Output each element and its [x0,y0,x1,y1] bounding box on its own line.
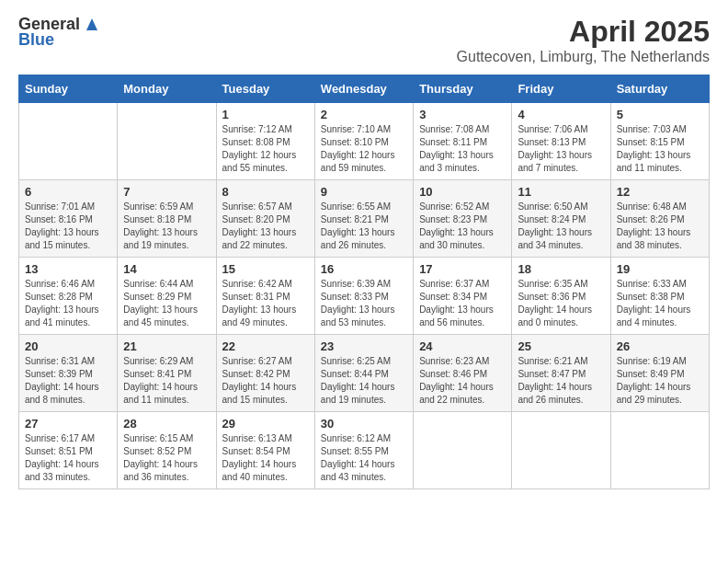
day-number: 25 [518,339,604,353]
calendar-cell: 28Sunrise: 6:15 AMSunset: 8:52 PMDayligh… [118,412,216,489]
calendar-cell: 7Sunrise: 6:59 AMSunset: 8:18 PMDaylight… [118,180,216,258]
day-number: 23 [321,339,407,353]
day-number: 30 [321,417,407,431]
calendar-cell [414,412,512,489]
day-number: 13 [25,262,111,276]
calendar-cell: 18Sunrise: 6:35 AMSunset: 8:36 PMDayligh… [512,258,610,335]
day-number: 6 [25,185,111,199]
svg-marker-0 [86,18,97,30]
title-area: April 2025 Guttecoven, Limburg, The Neth… [457,15,710,65]
day-number: 17 [419,262,506,276]
header-monday: Monday [118,75,216,103]
calendar-cell: 16Sunrise: 6:39 AMSunset: 8:33 PMDayligh… [314,258,413,335]
day-number: 21 [123,339,210,353]
day-number: 29 [222,417,309,431]
day-info: Sunrise: 6:35 AMSunset: 8:36 PMDaylight:… [518,278,604,329]
calendar-cell: 12Sunrise: 6:48 AMSunset: 8:26 PMDayligh… [610,180,709,258]
day-number: 4 [518,108,604,121]
day-info: Sunrise: 6:25 AMSunset: 8:44 PMDaylight:… [321,355,407,407]
calendar-cell [19,103,118,180]
header: General Blue April 2025 Guttecoven, Limb… [18,15,710,65]
calendar-cell: 6Sunrise: 7:01 AMSunset: 8:16 PMDaylight… [19,180,118,258]
day-info: Sunrise: 6:15 AMSunset: 8:52 PMDaylight:… [123,432,210,484]
calendar-cell: 29Sunrise: 6:13 AMSunset: 8:54 PMDayligh… [216,412,314,489]
week-row-4: 27Sunrise: 6:17 AMSunset: 8:51 PMDayligh… [19,412,710,489]
week-row-0: 1Sunrise: 7:12 AMSunset: 8:08 PMDaylight… [19,103,710,180]
day-number: 10 [419,185,506,199]
calendar-cell: 11Sunrise: 6:50 AMSunset: 8:24 PMDayligh… [512,180,610,258]
calendar-cell: 21Sunrise: 6:29 AMSunset: 8:41 PMDayligh… [118,335,216,412]
calendar-cell: 17Sunrise: 6:37 AMSunset: 8:34 PMDayligh… [414,258,512,335]
day-number: 18 [518,262,604,276]
day-info: Sunrise: 6:55 AMSunset: 8:21 PMDaylight:… [321,201,407,252]
day-number: 8 [222,185,309,199]
calendar-cell: 22Sunrise: 6:27 AMSunset: 8:42 PMDayligh… [216,335,314,412]
header-wednesday: Wednesday [314,75,413,103]
calendar-cell: 23Sunrise: 6:25 AMSunset: 8:44 PMDayligh… [314,335,413,412]
day-info: Sunrise: 6:13 AMSunset: 8:54 PMDaylight:… [222,432,309,484]
logo-icon [82,14,102,34]
day-info: Sunrise: 6:46 AMSunset: 8:28 PMDaylight:… [25,278,111,329]
header-saturday: Saturday [610,75,709,103]
day-info: Sunrise: 6:31 AMSunset: 8:39 PMDaylight:… [25,355,111,407]
calendar-cell [512,412,610,489]
day-number: 7 [123,185,210,199]
calendar-cell: 30Sunrise: 6:12 AMSunset: 8:55 PMDayligh… [314,412,413,489]
day-number: 15 [222,262,309,276]
calendar-cell: 4Sunrise: 7:06 AMSunset: 8:13 PMDaylight… [512,103,610,180]
day-info: Sunrise: 7:03 AMSunset: 8:15 PMDaylight:… [617,123,703,175]
day-number: 22 [222,339,309,353]
day-info: Sunrise: 6:17 AMSunset: 8:51 PMDaylight:… [25,432,111,484]
calendar-cell: 15Sunrise: 6:42 AMSunset: 8:31 PMDayligh… [216,258,314,335]
day-info: Sunrise: 6:44 AMSunset: 8:29 PMDaylight:… [123,278,210,329]
day-info: Sunrise: 7:10 AMSunset: 8:10 PMDaylight:… [321,123,407,175]
calendar-cell: 8Sunrise: 6:57 AMSunset: 8:20 PMDaylight… [216,180,314,258]
day-number: 26 [617,339,703,353]
calendar-cell: 5Sunrise: 7:03 AMSunset: 8:15 PMDaylight… [610,103,709,180]
day-number: 9 [321,185,407,199]
day-info: Sunrise: 6:23 AMSunset: 8:46 PMDaylight:… [419,355,506,407]
day-number: 2 [321,108,407,121]
calendar-header-row: SundayMondayTuesdayWednesdayThursdayFrid… [19,75,710,103]
calendar-cell: 9Sunrise: 6:55 AMSunset: 8:21 PMDaylight… [314,180,413,258]
day-number: 16 [321,262,407,276]
day-number: 12 [617,185,703,199]
header-tuesday: Tuesday [216,75,314,103]
calendar-cell: 10Sunrise: 6:52 AMSunset: 8:23 PMDayligh… [414,180,512,258]
calendar-cell: 27Sunrise: 6:17 AMSunset: 8:51 PMDayligh… [19,412,118,489]
subtitle: Guttecoven, Limburg, The Netherlands [457,49,710,65]
calendar-cell: 26Sunrise: 6:19 AMSunset: 8:49 PMDayligh… [610,335,709,412]
week-row-2: 13Sunrise: 6:46 AMSunset: 8:28 PMDayligh… [19,258,710,335]
calendar-cell: 25Sunrise: 6:21 AMSunset: 8:47 PMDayligh… [512,335,610,412]
day-info: Sunrise: 6:21 AMSunset: 8:47 PMDaylight:… [518,355,604,407]
day-info: Sunrise: 7:06 AMSunset: 8:13 PMDaylight:… [518,123,604,175]
day-number: 14 [123,262,210,276]
logo-blue: Blue [18,30,54,50]
day-info: Sunrise: 6:29 AMSunset: 8:41 PMDaylight:… [123,355,210,407]
header-friday: Friday [512,75,610,103]
day-number: 1 [222,108,309,121]
day-info: Sunrise: 6:52 AMSunset: 8:23 PMDaylight:… [419,201,506,252]
day-info: Sunrise: 6:33 AMSunset: 8:38 PMDaylight:… [617,278,703,329]
calendar-cell: 1Sunrise: 7:12 AMSunset: 8:08 PMDaylight… [216,103,314,180]
calendar-cell: 14Sunrise: 6:44 AMSunset: 8:29 PMDayligh… [118,258,216,335]
calendar-cell: 19Sunrise: 6:33 AMSunset: 8:38 PMDayligh… [610,258,709,335]
day-info: Sunrise: 7:01 AMSunset: 8:16 PMDaylight:… [25,201,111,252]
day-info: Sunrise: 6:19 AMSunset: 8:49 PMDaylight:… [617,355,703,407]
week-row-3: 20Sunrise: 6:31 AMSunset: 8:39 PMDayligh… [19,335,710,412]
week-row-1: 6Sunrise: 7:01 AMSunset: 8:16 PMDaylight… [19,180,710,258]
calendar-table: SundayMondayTuesdayWednesdayThursdayFrid… [18,75,710,489]
day-number: 5 [617,108,703,121]
day-number: 19 [617,262,703,276]
day-info: Sunrise: 6:27 AMSunset: 8:42 PMDaylight:… [222,355,309,407]
day-info: Sunrise: 6:48 AMSunset: 8:26 PMDaylight:… [617,201,703,252]
day-info: Sunrise: 6:37 AMSunset: 8:34 PMDaylight:… [419,278,506,329]
calendar-cell: 3Sunrise: 7:08 AMSunset: 8:11 PMDaylight… [414,103,512,180]
day-info: Sunrise: 6:50 AMSunset: 8:24 PMDaylight:… [518,201,604,252]
calendar-cell: 20Sunrise: 6:31 AMSunset: 8:39 PMDayligh… [19,335,118,412]
calendar-cell: 24Sunrise: 6:23 AMSunset: 8:46 PMDayligh… [414,335,512,412]
header-sunday: Sunday [19,75,118,103]
day-info: Sunrise: 7:12 AMSunset: 8:08 PMDaylight:… [222,123,309,175]
header-thursday: Thursday [414,75,512,103]
day-number: 3 [419,108,506,121]
